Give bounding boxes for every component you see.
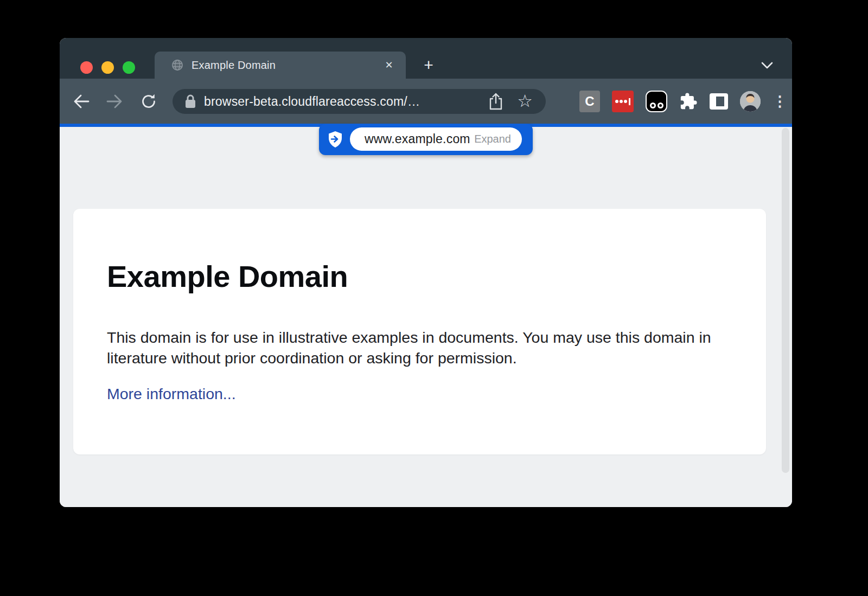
vertical-scrollbar[interactable]	[782, 128, 789, 473]
extensions-puzzle-icon[interactable]	[679, 92, 698, 111]
back-button[interactable]	[72, 92, 91, 111]
tab-search-chevron-icon[interactable]	[757, 56, 777, 75]
extension-c-icon[interactable]: C	[579, 91, 600, 112]
expand-button[interactable]: Expand	[474, 133, 511, 145]
browser-toolbar: browser-beta.cloudflareaccess.com/… ☆ C	[60, 79, 792, 124]
page-paragraph: This domain is for use in illustrative e…	[107, 327, 739, 368]
forward-button[interactable]	[105, 92, 124, 111]
example-domain-card: Example Domain This domain is for use in…	[73, 209, 766, 454]
profile-avatar[interactable]	[740, 91, 761, 112]
goggles-extension-icon[interactable]	[646, 91, 667, 112]
more-information-link[interactable]: More information...	[107, 385, 236, 403]
reload-button[interactable]	[139, 92, 158, 111]
window-close-button[interactable]	[80, 61, 93, 74]
page-title: Example Domain	[107, 259, 348, 294]
isolation-inner-pill[interactable]: www.example.com Expand	[350, 127, 522, 151]
window-zoom-button[interactable]	[123, 61, 135, 74]
extension-row: C ⋮	[579, 91, 783, 112]
tab-strip: Example Domain ✕ +	[60, 38, 792, 79]
new-tab-button[interactable]: +	[419, 56, 438, 75]
bookmark-star-icon[interactable]: ☆	[517, 92, 533, 110]
tab-close-icon[interactable]: ✕	[382, 58, 396, 72]
lastpass-extension-icon[interactable]	[612, 91, 634, 112]
browser-menu-icon[interactable]: ⋮	[773, 91, 783, 112]
tab-example-domain[interactable]: Example Domain ✕	[155, 52, 406, 79]
isolated-hostname: www.example.com	[365, 132, 470, 146]
address-bar[interactable]: browser-beta.cloudflareaccess.com/… ☆	[173, 89, 546, 114]
tab-title: Example Domain	[192, 59, 276, 72]
isolation-shield-icon	[327, 131, 343, 148]
isolation-hostname-pill[interactable]: www.example.com Expand	[319, 124, 533, 155]
page-viewport: www.example.com Expand Example Domain Th…	[60, 127, 792, 507]
url-text: browser-beta.cloudflareaccess.com/…	[204, 94, 420, 109]
lock-icon[interactable]	[184, 94, 196, 109]
globe-favicon-icon	[171, 59, 184, 72]
share-icon[interactable]	[489, 93, 503, 110]
browser-window: Example Domain ✕ +	[60, 38, 792, 507]
side-panel-icon[interactable]	[710, 93, 728, 110]
window-minimize-button[interactable]	[101, 61, 114, 74]
